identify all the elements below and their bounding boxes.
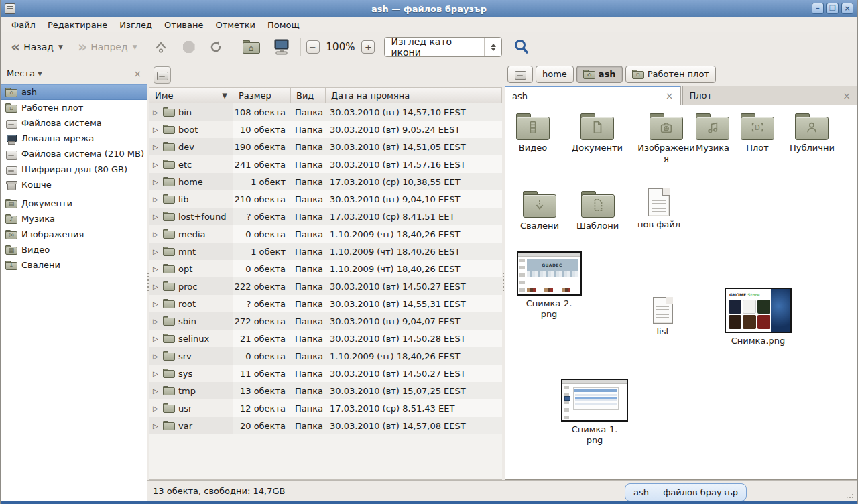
column-header-label: Размер: [239, 90, 271, 101]
menu-item-Редактиране[interactable]: Редактиране: [42, 19, 113, 32]
column-header-Размер[interactable]: Размер: [233, 87, 291, 103]
drive-icon: [514, 70, 526, 79]
zoom-in-button[interactable]: +: [361, 40, 375, 54]
file-item-list[interactable]: list: [653, 297, 673, 337]
places-selector[interactable]: Места ▼: [7, 68, 42, 78]
sidebar-item-Шифриран дял (80 GB)[interactable]: Шифриран дял (80 GB): [1, 162, 147, 177]
file-item-нов файл[interactable]: нов файл: [637, 188, 680, 230]
sidebar-item-Файлова система[interactable]: Файлова система: [1, 115, 147, 131]
tab-close-icon[interactable]: ×: [843, 90, 851, 101]
expander-icon[interactable]: ▷: [153, 231, 160, 238]
sidebar-item-Документи[interactable]: ▤Документи: [1, 196, 147, 211]
chevron-down-icon: ▼: [38, 70, 42, 77]
expander-icon[interactable]: ▷: [153, 283, 160, 290]
resize-grip[interactable]: [846, 491, 855, 499]
cell-type: Папка: [291, 121, 326, 138]
file-name: home: [178, 177, 203, 187]
file-item-Шаблони[interactable]: Шаблони: [576, 191, 619, 231]
expander-icon[interactable]: ▷: [153, 318, 160, 325]
expander-icon[interactable]: ▷: [153, 161, 160, 168]
expander-icon[interactable]: ▷: [153, 422, 160, 430]
sidebar-item-Работен плот[interactable]: ▫Работен плот: [1, 100, 147, 115]
home-button[interactable]: ⌂: [239, 38, 264, 56]
tab-close-icon[interactable]: ×: [666, 90, 674, 101]
column-header-Вид[interactable]: Вид: [291, 87, 326, 103]
menu-item-Отметки[interactable]: Отметки: [209, 19, 261, 32]
view-mode-stepper-icon[interactable]: [484, 38, 501, 56]
computer-button[interactable]: [268, 36, 295, 58]
folder-icon: [163, 177, 175, 186]
column-header-Дата на промяна[interactable]: Дата на промяна: [326, 87, 502, 103]
expander-icon[interactable]: ▷: [153, 248, 160, 255]
search-button[interactable]: [509, 36, 534, 58]
cell-name: ▷tmp: [149, 382, 233, 399]
expander-icon[interactable]: ▷: [153, 126, 160, 133]
file-item-Снимка-1.png[interactable]: Снимка-1.png: [561, 379, 628, 446]
sidebar-item-Видео[interactable]: ▦Видео: [1, 242, 147, 257]
maximize-button[interactable]: ❒: [826, 3, 839, 14]
cell-name: ▷lost+found: [149, 208, 233, 225]
breadcrumb-Работен плот[interactable]: ▫Работен плот: [625, 66, 716, 83]
sidebar-item-Кошче[interactable]: Кошче: [1, 177, 147, 192]
cell-type: Папка: [291, 103, 326, 121]
file-item-Музика[interactable]: Музика: [696, 113, 729, 153]
cell-name: ▷sbin: [149, 312, 233, 330]
menu-item-Изглед[interactable]: Изглед: [113, 19, 158, 32]
up-button[interactable]: [149, 37, 172, 57]
sidebar-item-Изображения[interactable]: ◎Изображения: [1, 227, 147, 242]
sidebar-item-Свалени[interactable]: ↓Свалени: [1, 257, 147, 273]
menu-item-Файл[interactable]: Файл: [5, 19, 42, 32]
file-item-Публични[interactable]: Публични: [790, 113, 835, 153]
expander-icon[interactable]: ▷: [153, 213, 160, 220]
expander-icon[interactable]: ▷: [153, 370, 160, 377]
expander-icon[interactable]: ▷: [153, 143, 160, 151]
tab-ash[interactable]: ash×: [505, 86, 681, 105]
cell-date: 30.03.2010 (вт) 9,04,10 EEST: [326, 190, 502, 208]
view-mode-select[interactable]: Изглед като икони: [384, 37, 502, 57]
reload-button[interactable]: [204, 37, 227, 57]
forward-dropdown-icon[interactable]: ▼: [133, 44, 137, 50]
zoom-out-button[interactable]: −: [306, 40, 320, 54]
expander-icon[interactable]: ▷: [153, 300, 160, 308]
expander-icon[interactable]: ▷: [153, 405, 160, 412]
breadcrumb-root[interactable]: [507, 66, 533, 83]
expander-icon[interactable]: ▷: [153, 109, 160, 116]
stop-button[interactable]: [179, 38, 199, 56]
file-item-Видео[interactable]: Видео: [516, 113, 550, 153]
file-item-Плот[interactable]: DПлот: [741, 113, 774, 153]
column-header-Име[interactable]: Име▼: [149, 87, 233, 103]
file-item-Снимка-2.png[interactable]: GUADECСнимка-2.png: [517, 251, 582, 320]
expander-icon[interactable]: ▷: [153, 196, 160, 203]
expander-icon[interactable]: ▷: [153, 335, 160, 342]
expander-icon[interactable]: ▷: [153, 265, 160, 273]
tab-Плот[interactable]: Плот×: [682, 86, 858, 105]
icon-view-canvas[interactable]: ВидеоДокументиИзображенияМузикаDПлотПубл…: [505, 105, 858, 480]
minimize-button[interactable]: –: [812, 3, 824, 14]
tab-label: ash: [512, 91, 528, 101]
breadcrumb-ash[interactable]: ⌂ash: [576, 66, 623, 83]
menu-item-Помощ[interactable]: Помощ: [261, 19, 306, 32]
back-button[interactable]: « Назад ▼: [7, 38, 67, 56]
thumbnail-image: GNOME Store: [725, 288, 792, 333]
sidebar-item-Локална мрежа[interactable]: Локална мрежа: [1, 131, 147, 146]
expander-icon[interactable]: ▷: [153, 353, 160, 360]
file-item-Свалени[interactable]: Свалени: [520, 191, 559, 231]
forward-button[interactable]: » Напред ▼: [74, 38, 141, 56]
sidebar-item-ash[interactable]: ⌂ash: [1, 84, 147, 100]
file-item-Изображения[interactable]: Изображения: [637, 113, 695, 164]
file-item-Снимка.png[interactable]: GNOME StoreСнимка.png: [725, 288, 792, 346]
file-name: srv: [178, 351, 192, 361]
sidebar-close-button[interactable]: ×: [133, 68, 141, 79]
back-dropdown-icon[interactable]: ▼: [58, 44, 63, 50]
filesystem-root-button[interactable]: [154, 66, 171, 84]
drive-icon: [5, 149, 17, 159]
expander-icon[interactable]: ▷: [153, 178, 160, 186]
expander-icon[interactable]: ▷: [153, 387, 160, 395]
breadcrumb-home[interactable]: home: [536, 66, 574, 83]
sidebar-item-Файлова система (210 MB)[interactable]: Файлова система (210 MB): [1, 146, 147, 162]
sidebar-item-Музика[interactable]: ♪Музика: [1, 211, 147, 227]
close-button[interactable]: ×: [841, 3, 853, 14]
cell-size: 1 обект: [233, 243, 291, 260]
menu-item-Отиване[interactable]: Отиване: [158, 19, 209, 32]
file-item-Документи[interactable]: Документи: [572, 113, 623, 153]
